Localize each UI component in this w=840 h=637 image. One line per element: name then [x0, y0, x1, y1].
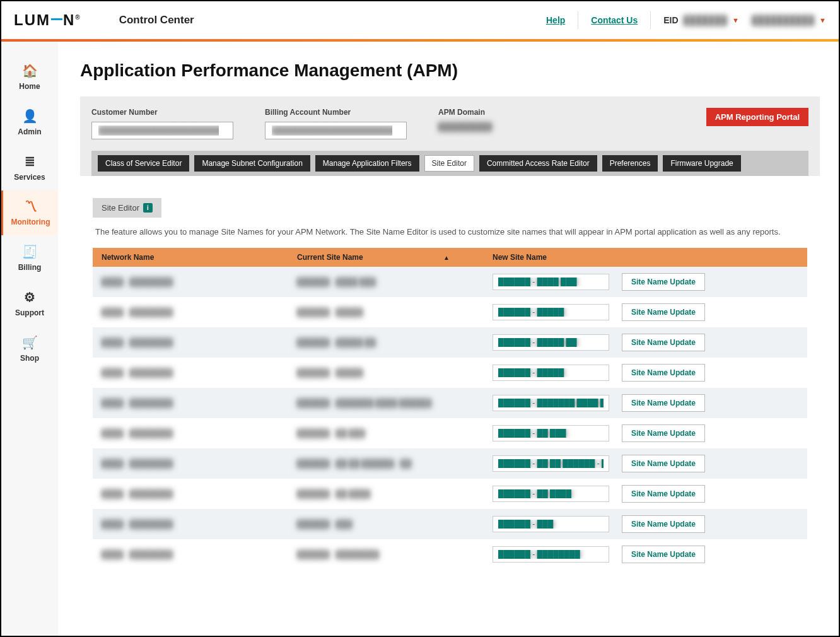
site-name-update-button[interactable]: Site Name Update — [622, 303, 705, 321]
tab-strip: Class of Service Editor Manage Subnet Co… — [91, 151, 808, 176]
site-name-update-button[interactable]: Site Name Update — [622, 546, 705, 563]
col-current-site-name[interactable]: Current Site Name ▲ — [288, 248, 484, 267]
user-icon: 👤 — [22, 108, 38, 124]
network-name-cell: ████ - ████████ — [93, 509, 288, 539]
sidebar-item-billing[interactable]: 🧾 Billing — [1, 235, 58, 281]
new-site-name-input[interactable] — [493, 304, 609, 320]
table-row: ████ - ██████████████ - ███████ ████ ███… — [93, 388, 807, 418]
eid-value: ███████ — [684, 15, 727, 25]
current-site-name-cell: ██████ - █████ — [288, 358, 484, 388]
chevron-down-icon: ▼ — [732, 16, 739, 24]
tab-site-editor[interactable]: Site Editor — [424, 155, 474, 172]
new-site-name-input[interactable] — [493, 274, 609, 290]
sidebar-item-shop[interactable]: 🛒 Shop — [1, 326, 58, 371]
new-site-name-cell: Site Name Update — [484, 327, 807, 358]
filter-panel: Customer Number ████████████████████████… — [80, 96, 820, 176]
sidebar-item-label: Services — [14, 173, 45, 182]
network-name-cell: ████ - ████████ — [93, 418, 288, 448]
network-name-cell: ████ - ████████ — [93, 448, 288, 479]
new-site-name-input[interactable] — [493, 516, 609, 532]
app-header: LUMN® Control Center Help Contact Us EID… — [1, 1, 839, 39]
col-new-site-name[interactable]: New Site Name — [484, 248, 807, 267]
current-site-name-cell: ██████ - ████████ — [288, 539, 484, 570]
new-site-name-cell: Site Name Update — [484, 418, 807, 448]
main-content: Application Performance Management (APM)… — [58, 42, 839, 636]
sidebar-item-services[interactable]: ≣ Services — [1, 145, 58, 190]
eid-dropdown[interactable]: EID ███████ ▼ — [663, 15, 739, 25]
info-icon[interactable]: i — [143, 203, 153, 213]
sidebar-item-home[interactable]: 🏠 Home — [1, 54, 58, 100]
site-name-update-button[interactable]: Site Name Update — [622, 334, 705, 351]
tab-preferences[interactable]: Preferences — [602, 155, 658, 172]
panel-badge: Site Editor i — [93, 198, 161, 218]
activity-icon: 〽 — [25, 199, 37, 214]
current-site-name-cell: ██████ - ██ ███ — [288, 418, 484, 448]
help-link[interactable]: Help — [546, 15, 565, 25]
divider — [650, 11, 651, 29]
site-name-update-button[interactable]: Site Name Update — [622, 515, 705, 533]
tab-firmware-upgrade[interactable]: Firmware Upgrade — [663, 155, 740, 172]
sidebar: 🏠 Home 👤 Admin ≣ Services 〽 Monitoring 🧾… — [1, 42, 58, 636]
eid-label: EID — [663, 15, 678, 25]
logo: LUMN® — [14, 11, 81, 29]
new-site-name-input[interactable] — [493, 455, 609, 472]
billing-account-label: Billing Account Number — [265, 108, 407, 117]
sidebar-item-label: Home — [19, 82, 40, 91]
site-name-update-button[interactable]: Site Name Update — [622, 424, 705, 442]
new-site-name-input[interactable] — [493, 425, 609, 441]
col-network-name[interactable]: Network Name — [93, 248, 288, 267]
sidebar-item-label: Shop — [20, 354, 39, 363]
site-name-update-button[interactable]: Site Name Update — [622, 273, 705, 291]
site-name-update-button[interactable]: Site Name Update — [622, 364, 705, 382]
sidebar-item-label: Admin — [18, 127, 41, 136]
network-name-cell: ████ - ████████ — [93, 267, 288, 297]
user-dropdown[interactable]: ██████████ ▼ — [752, 15, 826, 25]
tab-class-of-service[interactable]: Class of Service Editor — [98, 155, 189, 172]
table-row: ████ - ██████████████ - ██ ████Site Name… — [93, 479, 807, 509]
current-site-name-cell: ██████ - ██ ████ — [288, 479, 484, 509]
network-name-cell: ████ - ████████ — [93, 327, 288, 358]
sidebar-item-label: Support — [15, 308, 44, 317]
cart-icon: 🛒 — [22, 335, 38, 350]
table-row: ████ - ██████████████ - ██ ██ ██████ - █… — [93, 448, 807, 479]
new-site-name-input[interactable] — [493, 365, 609, 381]
network-name-cell: ████ - ████████ — [93, 479, 288, 509]
chevron-down-icon: ▼ — [819, 16, 826, 24]
table-row: ████ - ██████████████ - ████████Site Nam… — [93, 539, 807, 570]
new-site-name-input[interactable] — [493, 334, 609, 351]
billing-account-select[interactable]: ████████████████████████ — [265, 122, 407, 139]
site-name-update-button[interactable]: Site Name Update — [622, 394, 705, 412]
apm-domain-label: APM Domain — [438, 108, 492, 117]
new-site-name-input[interactable] — [493, 486, 609, 502]
new-site-name-input[interactable] — [493, 546, 609, 563]
customer-number-label: Customer Number — [91, 108, 233, 117]
new-site-name-input[interactable] — [493, 395, 609, 411]
sidebar-item-label: Monitoring — [11, 218, 50, 226]
sidebar-item-label: Billing — [18, 263, 42, 272]
new-site-name-cell: Site Name Update — [484, 267, 807, 297]
contact-link[interactable]: Contact Us — [591, 15, 638, 25]
apm-domain-value: ██████████ — [438, 122, 492, 131]
list-icon: ≣ — [25, 154, 35, 169]
sidebar-item-monitoring[interactable]: 〽 Monitoring — [1, 190, 58, 235]
current-site-name-cell: ██████ - ██ ██ ██████ - ██ — [288, 448, 484, 479]
network-name-cell: ████ - ████████ — [93, 539, 288, 570]
divider — [578, 11, 578, 29]
tab-manage-filters[interactable]: Manage Application Filters — [315, 155, 419, 172]
site-name-update-button[interactable]: Site Name Update — [622, 485, 705, 503]
tab-manage-subnet[interactable]: Manage Subnet Configuration — [194, 155, 310, 172]
current-site-name-cell: ██████ - ███ — [288, 509, 484, 539]
sidebar-item-support[interactable]: ⚙ Support — [1, 281, 58, 326]
new-site-name-cell: Site Name Update — [484, 479, 807, 509]
apm-reporting-portal-button[interactable]: APM Reporting Portal — [706, 108, 808, 126]
tab-committed-rate[interactable]: Committed Access Rate Editor — [479, 155, 597, 172]
new-site-name-cell: Site Name Update — [484, 448, 807, 479]
product-name: Control Center — [119, 14, 194, 26]
new-site-name-cell: Site Name Update — [484, 358, 807, 388]
customer-number-select[interactable]: ████████████████████████ — [91, 122, 233, 139]
sidebar-item-admin[interactable]: 👤 Admin — [1, 100, 58, 145]
site-name-update-button[interactable]: Site Name Update — [622, 455, 705, 472]
current-site-name-cell: ██████ - █████ ██ — [288, 327, 484, 358]
current-site-name-cell: ██████ - █████ — [288, 297, 484, 327]
sort-asc-icon: ▲ — [443, 254, 450, 261]
